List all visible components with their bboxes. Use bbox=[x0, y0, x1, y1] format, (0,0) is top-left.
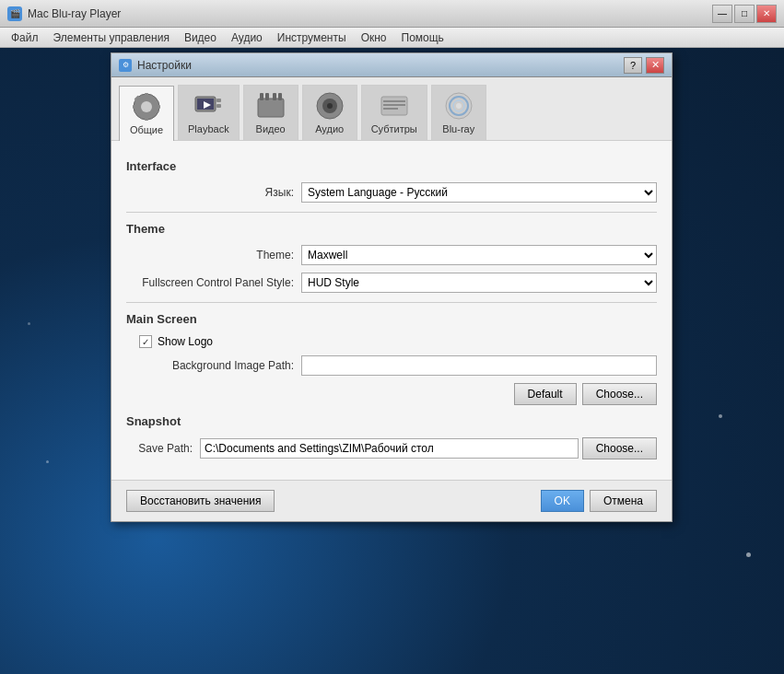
menu-video[interactable]: Видео bbox=[177, 29, 224, 46]
language-select[interactable]: System Language - Русский bbox=[301, 182, 657, 203]
bg-path-row: Background Image Path: bbox=[126, 355, 657, 376]
tab-playback[interactable]: Playback bbox=[178, 85, 240, 140]
maximize-button[interactable]: □ bbox=[734, 5, 755, 23]
tab-audio-label: Аудио bbox=[315, 123, 344, 134]
svg-point-19 bbox=[327, 103, 333, 109]
tab-bluray-label: Blu-ray bbox=[442, 123, 474, 134]
theme-section-title: Theme bbox=[126, 222, 657, 236]
svg-rect-11 bbox=[216, 104, 221, 108]
theme-label: Theme: bbox=[126, 249, 301, 261]
menu-tools[interactable]: Инструменты bbox=[270, 29, 354, 46]
choose-path-button[interactable]: Choose... bbox=[582, 437, 657, 459]
reset-button[interactable]: Восстановить значения bbox=[126, 490, 275, 512]
svg-rect-12 bbox=[258, 99, 284, 117]
svg-rect-21 bbox=[383, 100, 405, 102]
save-path-row: Save Path: Choose... bbox=[126, 437, 657, 459]
menu-bar: Файл Элементы управления Видео Аудио Инс… bbox=[0, 28, 784, 48]
tab-bluray[interactable]: Blu-ray bbox=[431, 85, 486, 140]
tab-subtitles[interactable]: Субтитры bbox=[361, 85, 427, 140]
theme-select[interactable]: Maxwell bbox=[301, 245, 657, 265]
svg-rect-14 bbox=[265, 93, 269, 100]
dialog-footer: Восстановить значения OK Отмена bbox=[111, 480, 672, 521]
bg-buttons-row: Default Choose... bbox=[126, 383, 657, 405]
fullscreen-select[interactable]: HUD Style bbox=[301, 273, 657, 293]
svg-rect-22 bbox=[383, 104, 405, 106]
show-logo-label: Show Logo bbox=[158, 335, 213, 348]
menu-file[interactable]: Файл bbox=[4, 29, 46, 46]
settings-dialog: ⚙ Настройки ? ✕ bbox=[111, 52, 673, 522]
dialog-title-bar: ⚙ Настройки ? ✕ bbox=[111, 53, 672, 77]
general-icon bbox=[132, 92, 161, 122]
menu-controls[interactable]: Элементы управления bbox=[46, 29, 177, 46]
fullscreen-row: Fullscreen Control Panel Style: HUD Styl… bbox=[126, 273, 657, 293]
bg-path-label: Background Image Path: bbox=[126, 359, 301, 372]
language-row: Язык: System Language - Русский bbox=[126, 182, 657, 203]
theme-row: Theme: Maxwell bbox=[126, 245, 657, 265]
tab-audio[interactable]: Аудио bbox=[302, 85, 357, 140]
subtitles-icon bbox=[380, 91, 409, 121]
svg-rect-2 bbox=[145, 93, 148, 99]
tab-video[interactable]: Видео bbox=[243, 85, 298, 140]
cancel-button[interactable]: Отмена bbox=[590, 490, 657, 512]
menu-window[interactable]: Окно bbox=[354, 29, 394, 46]
dialog-icon: ⚙ bbox=[119, 59, 132, 72]
menu-help[interactable]: Помощь bbox=[394, 29, 451, 46]
svg-rect-13 bbox=[260, 93, 263, 100]
tab-general[interactable]: Общие bbox=[119, 86, 174, 141]
dialog-controls: ? ✕ bbox=[624, 57, 664, 74]
interface-section-title: Interface bbox=[126, 159, 657, 173]
save-path-input[interactable] bbox=[200, 438, 579, 459]
fullscreen-label: Fullscreen Control Panel Style: bbox=[126, 276, 301, 289]
svg-point-27 bbox=[456, 103, 462, 109]
bg-path-input[interactable] bbox=[301, 355, 657, 376]
svg-rect-16 bbox=[278, 93, 282, 100]
separator-1 bbox=[126, 212, 657, 213]
ok-button[interactable]: OK bbox=[541, 490, 584, 512]
dialog-content: Interface Язык: System Language - Русски… bbox=[111, 141, 672, 480]
svg-rect-3 bbox=[145, 115, 148, 121]
save-path-label: Save Path: bbox=[126, 442, 200, 455]
audio-icon bbox=[315, 91, 345, 121]
default-button[interactable]: Default bbox=[514, 383, 577, 405]
tab-video-label: Видео bbox=[256, 123, 286, 134]
bluray-icon bbox=[444, 91, 474, 121]
svg-rect-15 bbox=[273, 93, 276, 100]
language-label: Язык: bbox=[126, 186, 301, 199]
tabs-row: Общие Playback bbox=[111, 77, 672, 141]
show-logo-checkbox[interactable] bbox=[139, 335, 152, 348]
separator-2 bbox=[126, 302, 657, 303]
snapshot-section-title: Snapshot bbox=[126, 414, 657, 428]
show-logo-row: Show Logo bbox=[126, 335, 657, 348]
svg-rect-5 bbox=[155, 105, 160, 109]
svg-rect-10 bbox=[216, 99, 221, 102]
svg-rect-23 bbox=[383, 108, 398, 110]
tab-subtitles-label: Субтитры bbox=[371, 123, 417, 134]
dialog-close-button[interactable]: ✕ bbox=[646, 57, 664, 74]
app-title: Mac Blu-ray Player bbox=[28, 7, 712, 20]
app-icon: 🎬 bbox=[7, 6, 22, 21]
tab-general-label: Общие bbox=[130, 124, 163, 135]
svg-point-1 bbox=[141, 101, 152, 112]
window-controls: — □ ✕ bbox=[712, 5, 777, 23]
playback-icon bbox=[193, 91, 223, 121]
title-bar: 🎬 Mac Blu-ray Player — □ ✕ bbox=[0, 0, 784, 28]
mainscreen-section-title: Main Screen bbox=[126, 312, 657, 326]
video-icon bbox=[256, 91, 286, 121]
tab-playback-label: Playback bbox=[188, 123, 229, 134]
svg-rect-4 bbox=[133, 105, 138, 109]
close-button[interactable]: ✕ bbox=[756, 5, 777, 23]
minimize-button[interactable]: — bbox=[712, 5, 732, 23]
choose-bg-button[interactable]: Choose... bbox=[582, 383, 657, 405]
dialog-title: Настройки bbox=[137, 59, 624, 72]
dialog-help-button[interactable]: ? bbox=[624, 57, 642, 74]
menu-audio[interactable]: Аудио bbox=[224, 29, 270, 46]
